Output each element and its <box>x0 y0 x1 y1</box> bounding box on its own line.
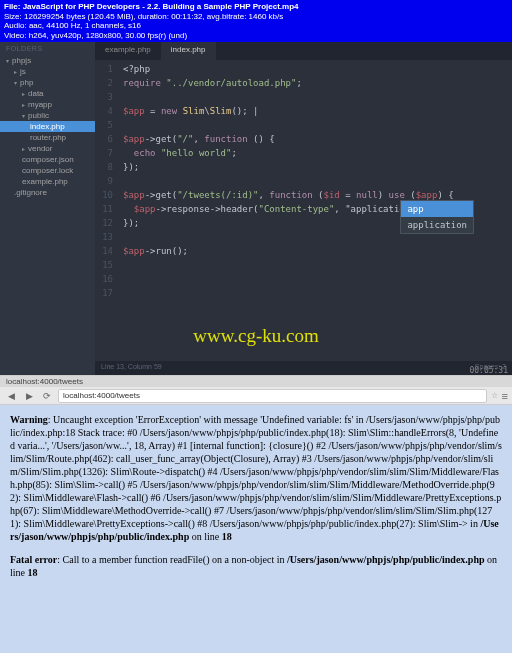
watermark-text: www.cg-ku.com <box>193 325 318 347</box>
folder-icon <box>22 111 25 120</box>
video-file-name: File: JavaScript for PHP Developers - 2.… <box>4 2 508 12</box>
fatal-label: Fatal error <box>10 554 57 565</box>
tree-item-label: php <box>20 78 33 87</box>
folder-item[interactable]: phpjs <box>0 55 95 66</box>
sidebar-header: FOLDERS <box>0 42 95 55</box>
folder-icon <box>22 100 25 109</box>
video-timecode: 00:05:31 <box>469 366 508 375</box>
folder-icon <box>22 144 25 153</box>
editor-tab[interactable]: example.php <box>95 42 161 60</box>
editor-tabs: example.phpindex.php <box>95 42 512 60</box>
url-bar[interactable]: localhost:4000/tweets <box>58 389 487 403</box>
folder-item[interactable]: php <box>0 77 95 88</box>
folder-icon <box>6 56 9 65</box>
cursor-position: Line 13, Column 59 <box>101 363 162 373</box>
editor-tab[interactable]: index.php <box>161 42 216 60</box>
tree-item-label: data <box>28 89 44 98</box>
autocomplete-item[interactable]: app <box>401 201 473 217</box>
autocomplete-popup[interactable]: appapplication <box>400 200 474 234</box>
tree-item-label: .gitignore <box>14 188 47 197</box>
folder-item[interactable]: vendor <box>0 143 95 154</box>
file-item[interactable]: example.php <box>0 176 95 187</box>
video-info-bar: File: JavaScript for PHP Developers - 2.… <box>0 0 512 42</box>
file-item[interactable]: index.php <box>0 121 95 132</box>
forward-button[interactable]: ▶ <box>22 389 36 403</box>
video-audio: Audio: aac, 44100 Hz, 1 channels, s16 <box>4 21 508 31</box>
video-size: Size: 126299254 bytes (120.45 MiB), dura… <box>4 12 508 22</box>
folder-icon <box>14 78 17 87</box>
url-text: localhost:4000/tweets <box>63 391 140 400</box>
error-page: Warning: Uncaught exception 'ErrorExcept… <box>0 405 512 653</box>
tree-item-label: myapp <box>28 100 52 109</box>
folder-icon <box>14 67 17 76</box>
tree-item-label: public <box>28 111 49 120</box>
tree-item-label: example.php <box>22 177 68 186</box>
folder-item[interactable]: data <box>0 88 95 99</box>
file-item[interactable]: router.php <box>0 132 95 143</box>
line-gutter: 1234567891011121314151617 <box>95 60 119 302</box>
php-fatal-error: Fatal error: Call to a member function r… <box>10 553 502 579</box>
folder-icon <box>22 89 25 98</box>
browser-toolbar: ◀ ▶ ⟳ localhost:4000/tweets ☆ ≡ <box>0 387 512 405</box>
autocomplete-item[interactable]: application <box>401 217 473 233</box>
tree-item-label: router.php <box>30 133 66 142</box>
folder-item[interactable]: js <box>0 66 95 77</box>
reload-button[interactable]: ⟳ <box>40 389 54 403</box>
tree-item-label: js <box>20 67 26 76</box>
php-warning: Warning: Uncaught exception 'ErrorExcept… <box>10 413 502 543</box>
warning-label: Warning <box>10 414 48 425</box>
code-lines[interactable]: <?php require "../vendor/autoload.php"; … <box>119 60 512 302</box>
video-codec: Video: h264, yuv420p, 1280x800, 30.00 fp… <box>4 31 508 41</box>
back-button[interactable]: ◀ <box>4 389 18 403</box>
folder-item[interactable]: public <box>0 110 95 121</box>
editor-status-bar: Line 13, Column 59 Spaces: 2 <box>95 361 512 375</box>
folder-item[interactable]: myapp <box>0 99 95 110</box>
browser-window: localhost:4000/tweets ◀ ▶ ⟳ localhost:40… <box>0 375 512 653</box>
file-item[interactable]: composer.json <box>0 154 95 165</box>
tree-item-label: composer.lock <box>22 166 73 175</box>
file-tree-sidebar: FOLDERS phpjsjsphpdatamyapppublicindex.p… <box>0 42 95 375</box>
hamburger-icon[interactable]: ≡ <box>502 390 508 402</box>
star-icon[interactable]: ☆ <box>491 391 498 400</box>
file-item[interactable]: composer.lock <box>0 165 95 176</box>
tree-item-label: phpjs <box>12 56 31 65</box>
tree-item-label: index.php <box>30 122 65 131</box>
file-item[interactable]: .gitignore <box>0 187 95 198</box>
tree-item-label: vendor <box>28 144 52 153</box>
browser-tab-title[interactable]: localhost:4000/tweets <box>0 376 512 387</box>
tree-item-label: composer.json <box>22 155 74 164</box>
